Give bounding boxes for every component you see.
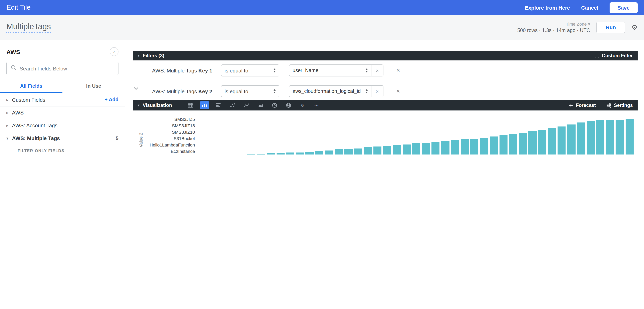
filter-operator-select[interactable]: is equal to xyxy=(221,85,279,97)
chart-bar[interactable] xyxy=(567,125,575,154)
viz-type-table-icon[interactable] xyxy=(186,101,195,109)
search-input[interactable] xyxy=(20,66,114,72)
select-stepper-icon xyxy=(363,68,368,72)
chart-bar[interactable] xyxy=(461,139,469,154)
chart-bar[interactable] xyxy=(616,120,624,154)
tile-title-input[interactable]: MultipleTags xyxy=(6,22,51,33)
chart-bar[interactable] xyxy=(334,150,342,154)
sidebar-item-account-tags[interactable]: ▸ AWS: Account Tags xyxy=(0,119,125,132)
explore-from-here-link[interactable]: Explore from Here xyxy=(525,4,570,10)
chart-bar[interactable] xyxy=(354,148,362,154)
chevron-right-icon: ▸ xyxy=(6,98,12,102)
clear-value-icon[interactable]: × xyxy=(372,85,384,97)
chart-bar[interactable] xyxy=(383,146,391,154)
filter-operator-select[interactable]: is equal to xyxy=(221,64,279,76)
chart-bar[interactable] xyxy=(412,143,420,154)
chart-bar[interactable] xyxy=(315,151,323,154)
cancel-button[interactable]: Cancel xyxy=(581,4,598,10)
chart-bar[interactable] xyxy=(441,141,449,154)
filters-body: AWS: Multiple Tags Key 1 is equal to use… xyxy=(133,60,638,100)
chart-bar[interactable] xyxy=(480,138,488,154)
chart-bar[interactable] xyxy=(325,151,333,154)
chart-bar[interactable] xyxy=(451,140,459,154)
chart-bar[interactable] xyxy=(257,154,265,154)
custom-filter-checkbox[interactable] xyxy=(594,54,599,58)
field-tabs: All Fields In Use xyxy=(0,80,125,93)
chart-bar[interactable] xyxy=(422,143,430,154)
collapse-caret-icon[interactable]: ▾ xyxy=(138,103,140,107)
run-button[interactable]: Run xyxy=(596,22,625,33)
chart-bar[interactable] xyxy=(490,136,498,154)
sidebar-item-custom-fields[interactable]: ▸ Custom Fields + Add xyxy=(0,93,125,106)
chart-bar[interactable] xyxy=(286,152,294,154)
field-search-box[interactable] xyxy=(6,62,118,75)
y-tick-label: SMS3JIZ10 xyxy=(172,130,195,134)
sidebar-item-label: AWS xyxy=(12,110,24,116)
viz-type-line-chart-icon[interactable] xyxy=(242,101,251,109)
chart-bar[interactable] xyxy=(470,139,478,154)
tab-in-use[interactable]: In Use xyxy=(62,80,125,93)
chart-bar[interactable] xyxy=(500,135,508,154)
viz-type-more-icon[interactable]: ⋯ xyxy=(312,101,321,109)
chart-bars xyxy=(199,116,634,154)
chart-ylabels: SMS3JIZ5SMS3JIZ18SMS3JIZ10S31BucketHello… xyxy=(133,110,195,154)
sidebar-item-multiple-tags[interactable]: ▾ AWS: Multiple Tags 5 xyxy=(0,132,125,144)
chart-bar[interactable] xyxy=(548,128,556,154)
chart-bar[interactable] xyxy=(606,120,614,154)
remove-filter-icon[interactable]: × xyxy=(396,88,400,95)
sidebar-item-label: Custom Fields xyxy=(12,97,45,103)
chart-bar[interactable] xyxy=(577,122,585,154)
viz-type-single-value-icon[interactable]: 6 xyxy=(298,101,307,109)
field-picker-sidebar: AWS ‹ All Fields In Use ▸ Custom Fields … xyxy=(0,40,125,154)
viz-type-pie-chart-icon[interactable] xyxy=(270,101,279,109)
query-settings-gear-icon[interactable]: ⚙ xyxy=(632,23,638,32)
app-window: Edit Tile Explore from Here Cancel Save … xyxy=(0,0,644,154)
filter-field-label: AWS: Multiple Tags Key 1 xyxy=(152,68,221,74)
chart-bar[interactable] xyxy=(528,132,536,154)
viz-type-column-chart-icon[interactable] xyxy=(200,101,209,109)
chart-bar[interactable] xyxy=(364,147,372,154)
viz-type-area-chart-icon[interactable] xyxy=(256,101,265,109)
filters-panel-header[interactable]: ▾ Filters (3) Custom Filter xyxy=(133,51,638,60)
page-title: Edit Tile xyxy=(6,4,30,12)
chart-bar[interactable] xyxy=(596,120,604,154)
add-custom-field-button[interactable]: + Add xyxy=(105,97,118,102)
filter-field-label: AWS: Multiple Tags Key 2 xyxy=(152,88,221,94)
clear-value-icon[interactable]: × xyxy=(372,64,384,76)
sidebar-collapse-button[interactable]: ‹ xyxy=(110,47,118,56)
tab-all-fields[interactable]: All Fields xyxy=(0,80,62,93)
save-button[interactable]: Save xyxy=(610,2,638,13)
sidebar-item-aws[interactable]: ▸ AWS xyxy=(0,106,125,119)
viz-type-map-icon[interactable] xyxy=(284,101,293,109)
chart-bar[interactable] xyxy=(587,121,595,154)
chart-bar[interactable] xyxy=(374,147,382,154)
remove-filter-icon[interactable]: × xyxy=(396,67,400,74)
timezone-selector[interactable]: Time Zone ▾ xyxy=(566,22,590,27)
filter-value-select[interactable]: aws_cloudformation_logical_id xyxy=(289,85,372,97)
chart-bar[interactable] xyxy=(393,145,401,154)
collapse-caret-icon[interactable]: ▾ xyxy=(138,54,140,58)
chart-bar[interactable] xyxy=(247,154,255,154)
chart-bar[interactable] xyxy=(306,152,314,154)
chart-bar[interactable] xyxy=(432,142,440,154)
visualization-panel-title: Visualization xyxy=(143,102,172,108)
chart-bar[interactable] xyxy=(558,126,566,154)
chart-bar[interactable] xyxy=(509,134,517,154)
chart-bar[interactable] xyxy=(626,119,634,154)
chart-bar[interactable] xyxy=(267,154,275,154)
viz-type-bar-chart-icon[interactable] xyxy=(214,101,223,109)
forecast-button[interactable]: Forecast xyxy=(568,102,596,108)
viz-type-scatter-icon[interactable] xyxy=(228,101,237,109)
select-stepper-icon xyxy=(363,89,368,93)
y-tick-label: S31Bucket xyxy=(174,136,195,141)
filter-value-select[interactable]: user_Name xyxy=(289,64,372,76)
chart-bar[interactable] xyxy=(344,149,352,154)
chart-bar[interactable] xyxy=(402,144,410,155)
chart-bar[interactable] xyxy=(276,153,284,154)
chart-bar[interactable] xyxy=(296,152,304,154)
select-stepper-icon xyxy=(271,89,276,93)
chart-bar[interactable] xyxy=(519,133,527,154)
visualization-panel-header[interactable]: ▾ Visualization xyxy=(133,100,638,110)
viz-settings-button[interactable]: Settings xyxy=(606,102,633,108)
chart-bar[interactable] xyxy=(538,130,546,154)
